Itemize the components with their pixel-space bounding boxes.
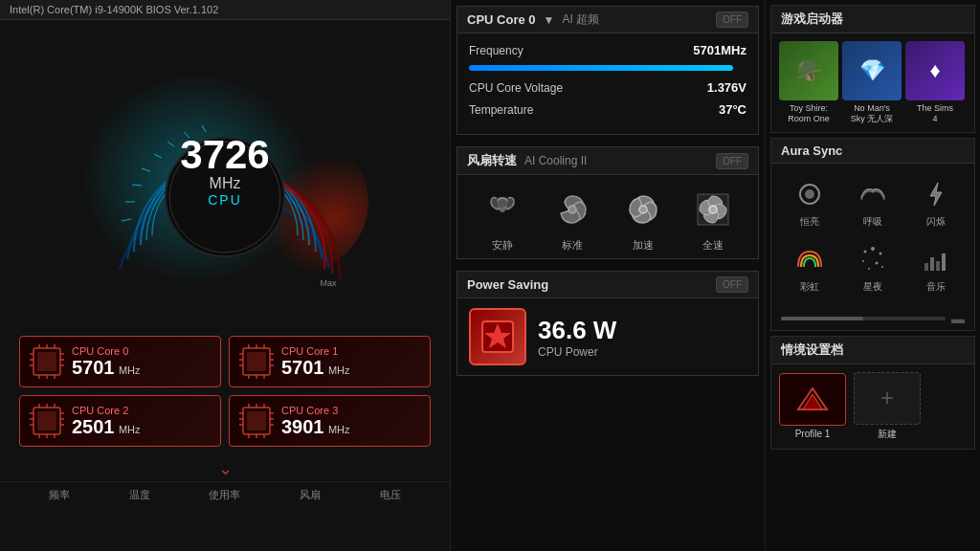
aura-minus-icon[interactable]: ▬ bbox=[951, 311, 965, 326]
core-item-3: CPU Core 3 3901 MHz bbox=[229, 395, 431, 447]
svg-rect-86 bbox=[924, 263, 928, 271]
core-item-2: CPU Core 2 2501 MHz bbox=[19, 395, 221, 447]
core-item-1: CPU Core 1 5701 MHz bbox=[229, 336, 431, 387]
svg-rect-56 bbox=[247, 411, 266, 430]
profile-grid: Profile 1 + 新建 bbox=[771, 364, 974, 449]
aura-section: Aura Sync 恒亮 bbox=[770, 138, 975, 331]
game-item-1[interactable]: 💎 No Man'sSky 无人深 bbox=[842, 41, 902, 124]
cpu-core-0-icon bbox=[30, 344, 64, 379]
aura-item-0[interactable]: 恒亮 bbox=[779, 171, 840, 234]
aura-item-4[interactable]: 星夜 bbox=[842, 236, 903, 299]
cpu-core-2-icon bbox=[30, 404, 64, 438]
bottom-label-4[interactable]: 电压 bbox=[380, 488, 401, 502]
svg-point-69 bbox=[500, 207, 505, 212]
power-section-header: Power Saving OFF bbox=[457, 272, 758, 298]
aura-flash-icon bbox=[919, 177, 953, 211]
top-bar: Intel(R) Core(TM) i9-14900K BIOS Ver.1.1… bbox=[0, 0, 450, 20]
fan-item-standard[interactable]: 标准 bbox=[551, 188, 593, 253]
fan-item-full[interactable]: 全速 bbox=[692, 188, 734, 253]
fan-section: 风扇转速 AI Cooling II OFF 安静 bbox=[457, 146, 759, 259]
svg-point-73 bbox=[709, 206, 717, 213]
game-thumb-1: 💎 bbox=[842, 41, 902, 100]
temp-label: Temperature bbox=[469, 103, 533, 117]
fan-section-header: 风扇转速 AI Cooling II OFF bbox=[457, 147, 758, 175]
core-3-unit: MHz bbox=[328, 424, 350, 435]
power-toggle[interactable]: OFF bbox=[716, 276, 748, 293]
svg-rect-42 bbox=[37, 411, 56, 430]
bottom-label-3[interactable]: 风扇 bbox=[300, 488, 321, 502]
core-0-unit: MHz bbox=[119, 364, 141, 376]
top-bar-text: Intel(R) Core(TM) i9-14900K BIOS Ver.1.1… bbox=[10, 4, 218, 15]
temp-row: Temperature 37°C bbox=[469, 102, 746, 117]
fan-toggle[interactable]: OFF bbox=[716, 153, 748, 169]
svg-point-77 bbox=[805, 189, 814, 199]
aura-label-2: 闪烁 bbox=[909, 215, 963, 229]
games-grid: 🪖 Toy Shire:Room One 💎 No Man'sSky 无人深 ♦… bbox=[771, 33, 974, 132]
core-info-0: CPU Core 0 5701 MHz bbox=[72, 345, 141, 379]
svg-point-71 bbox=[639, 206, 647, 213]
game-item-0[interactable]: 🪖 Toy Shire:Room One bbox=[779, 41, 838, 124]
profile-item-0[interactable]: Profile 1 bbox=[779, 373, 846, 439]
power-label: CPU Power bbox=[538, 345, 616, 359]
power-info: 36.6 W CPU Power bbox=[538, 316, 616, 359]
aura-item-3[interactable]: 彩虹 bbox=[779, 236, 840, 299]
power-watts: 36.6 W bbox=[538, 316, 616, 345]
aura-breathe-icon bbox=[856, 177, 890, 211]
bottom-label-1[interactable]: 温度 bbox=[129, 488, 150, 502]
aura-slider-row: ▬ bbox=[771, 307, 974, 330]
fan-standard-icon bbox=[551, 188, 593, 231]
cpu-stats: Frequency 5701MHz CPU Core Voltage 1.376… bbox=[457, 33, 758, 134]
frequency-row: Frequency 5701MHz bbox=[469, 43, 746, 57]
fan-quiet-icon bbox=[481, 188, 523, 231]
freq-bar bbox=[469, 65, 733, 71]
profile-section-header: 情境设置档 bbox=[771, 337, 974, 364]
cpu-section-title[interactable]: CPU Core 0 bbox=[467, 12, 536, 27]
profile-item-add[interactable]: + 新建 bbox=[854, 372, 921, 441]
aura-item-1[interactable]: 呼吸 bbox=[842, 171, 903, 234]
svg-point-83 bbox=[876, 261, 879, 264]
svg-rect-14 bbox=[37, 352, 56, 371]
fan-section-title: 风扇转速 bbox=[467, 152, 517, 169]
scroll-down-icon[interactable]: ⌄ bbox=[0, 456, 450, 481]
profile-name-add: 新建 bbox=[854, 428, 921, 441]
cpu-ai-toggle[interactable]: OFF bbox=[716, 11, 748, 28]
svg-rect-87 bbox=[930, 257, 934, 271]
aura-grid: 恒亮 呼吸 闪烁 bbox=[771, 164, 974, 307]
fan-item-quiet[interactable]: 安静 bbox=[481, 188, 523, 253]
volt-value: 1.376V bbox=[707, 80, 746, 95]
svg-point-70 bbox=[568, 206, 576, 213]
svg-point-82 bbox=[862, 260, 864, 262]
profile-name-0: Profile 1 bbox=[779, 429, 846, 439]
game-item-2[interactable]: ♦ The Sims4 bbox=[905, 41, 965, 124]
left-panel: Intel(R) Core(TM) i9-14900K BIOS Ver.1.1… bbox=[0, 0, 450, 551]
cpu-core-1-icon bbox=[239, 344, 274, 379]
aura-label-4: 星夜 bbox=[846, 280, 900, 294]
aura-steady-icon bbox=[792, 177, 827, 211]
core-3-freq: 3901 bbox=[281, 416, 324, 437]
cpu-ai-label: AI 超频 bbox=[562, 11, 599, 28]
game-name-0: Toy Shire:Room One bbox=[779, 103, 838, 124]
svg-text:Max: Max bbox=[320, 278, 337, 288]
fan-item-fast[interactable]: 加速 bbox=[622, 188, 664, 253]
profile-add-icon: + bbox=[854, 372, 921, 425]
bottom-label-2[interactable]: 使用率 bbox=[209, 488, 240, 502]
power-section: Power Saving OFF 36.6 W CPU Power bbox=[457, 271, 759, 376]
svg-rect-88 bbox=[936, 261, 940, 271]
cpu-dropdown-icon[interactable]: ▼ bbox=[544, 13, 555, 27]
temp-value: 37°C bbox=[719, 102, 746, 117]
svg-point-79 bbox=[864, 250, 867, 253]
aura-label-5: 音乐 bbox=[909, 280, 963, 294]
power-content: 36.6 W CPU Power bbox=[457, 298, 758, 375]
svg-point-81 bbox=[880, 252, 882, 254]
aura-item-5[interactable]: 音乐 bbox=[905, 236, 967, 299]
middle-panel: CPU Core 0 ▼ AI 超频 OFF Frequency 5701MHz… bbox=[450, 0, 766, 551]
core-1-freq: 5701 bbox=[281, 357, 324, 378]
core-info-2: CPU Core 2 2501 MHz bbox=[72, 405, 141, 438]
svg-point-84 bbox=[881, 266, 883, 268]
aura-item-2[interactable]: 闪烁 bbox=[905, 171, 967, 234]
profile-section: 情境设置档 Profile 1 + 新建 bbox=[770, 336, 975, 450]
power-section-title: Power Saving bbox=[467, 277, 548, 292]
bottom-label-0[interactable]: 频率 bbox=[49, 488, 70, 502]
aura-slider[interactable] bbox=[781, 317, 946, 320]
game-name-2: The Sims4 bbox=[905, 103, 965, 124]
